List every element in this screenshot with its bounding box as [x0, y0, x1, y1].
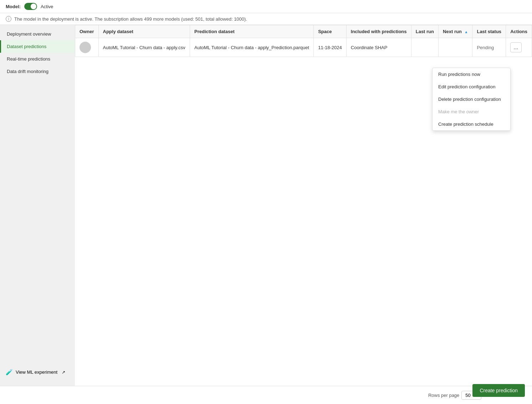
dropdown-delete-prediction-config[interactable]: Delete prediction configuration [433, 93, 510, 105]
actions-dropdown: Run predictions now Edit prediction conf… [432, 68, 511, 131]
row-last-status: Pending [472, 38, 506, 57]
sidebar-item-deployment-overview[interactable]: Deployment overview [0, 28, 75, 40]
sidebar: Deployment overview Dataset predictions … [0, 25, 75, 386]
top-bar: Model: Active [0, 0, 532, 13]
row-prediction-dataset: AutoML Tutorial - Churn data - apply_Pre… [190, 38, 314, 57]
view-ml-experiment-label: View ML experiment [16, 369, 57, 375]
col-included-with-predictions: Included with predictions [346, 25, 411, 38]
sidebar-item-data-drift-monitoring[interactable]: Data drift monitoring [0, 65, 75, 78]
table-row: AutoML Tutorial - Churn data - apply.csv… [75, 38, 532, 57]
rows-per-page-label: Rows per page [428, 393, 459, 398]
dropdown-create-prediction-schedule[interactable]: Create prediction schedule [433, 118, 510, 130]
sidebar-item-dataset-predictions[interactable]: Dataset predictions [0, 40, 75, 53]
col-last-run: Last run [411, 25, 438, 38]
status-badge: Pending [477, 45, 494, 50]
row-apply-dataset: AutoML Tutorial - Churn data - apply.csv [98, 38, 190, 57]
predictions-table: Owner Apply dataset Prediction dataset S… [75, 25, 532, 57]
dropdown-run-predictions-now[interactable]: Run predictions now [433, 68, 510, 81]
sidebar-item-real-time-predictions[interactable]: Real-time predictions [0, 53, 75, 65]
col-actions: Actions [506, 25, 532, 38]
footer: Rows per page 50 25 100 1–1 of 1 ‹ › [0, 386, 532, 404]
external-link-icon: ↗ [62, 370, 65, 375]
col-prediction-dataset: Prediction dataset [190, 25, 314, 38]
row-space: 11-18-2024 [314, 38, 347, 57]
actions-button[interactable]: ... [510, 42, 521, 52]
col-last-status: Last status [472, 25, 506, 38]
view-ml-experiment-link[interactable]: 🧪 View ML experiment ↗ [0, 365, 75, 379]
col-space: Space [314, 25, 347, 38]
info-icon: i [6, 16, 11, 22]
row-last-run [411, 38, 438, 57]
next-run-sort-icon: ▲ [464, 30, 468, 34]
col-next-run[interactable]: Next run ▲ [439, 25, 472, 38]
main-layout: Deployment overview Dataset predictions … [0, 25, 532, 386]
model-toggle[interactable] [24, 3, 37, 10]
dropdown-make-me-owner: Make me the owner [433, 105, 510, 118]
create-prediction-button[interactable]: Create prediction [472, 384, 525, 397]
info-message: The model in the deployment is active. T… [14, 16, 247, 22]
row-actions: ... [506, 38, 532, 57]
avatar [80, 42, 91, 53]
model-label: Model: [6, 4, 21, 9]
row-included-with-predictions: Coordinate SHAP [346, 38, 411, 57]
table-container: Owner Apply dataset Prediction dataset S… [75, 25, 532, 57]
info-bar: i The model in the deployment is active.… [0, 13, 532, 25]
col-apply-dataset: Apply dataset [98, 25, 190, 38]
row-owner [75, 38, 99, 57]
row-next-run [439, 38, 472, 57]
active-label: Active [41, 4, 53, 9]
content-area: Owner Apply dataset Prediction dataset S… [75, 25, 532, 386]
ml-icon: 🧪 [6, 369, 13, 375]
col-owner: Owner [75, 25, 99, 38]
dropdown-edit-prediction-config[interactable]: Edit prediction configuration [433, 81, 510, 93]
